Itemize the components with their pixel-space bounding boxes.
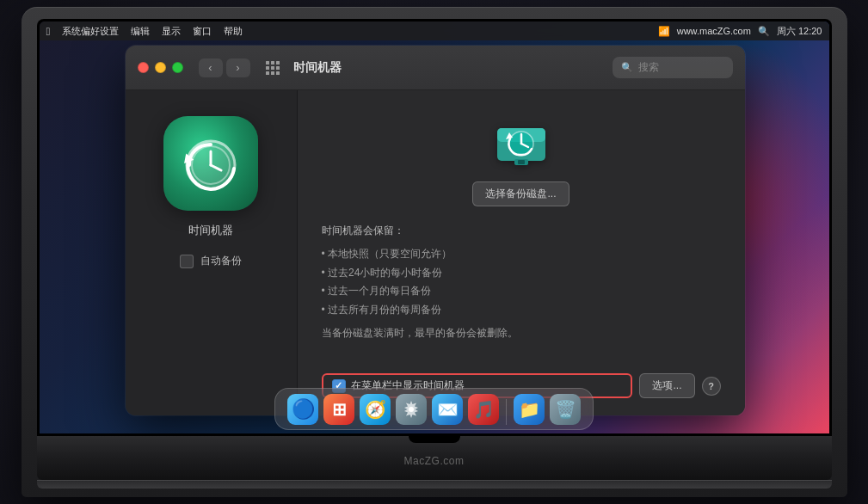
sidebar-app-label: 时间机器 <box>188 223 233 238</box>
select-disk-button[interactable]: 选择备份磁盘... <box>472 181 569 206</box>
macbook-brand: MacZG.com <box>404 455 465 467</box>
close-button[interactable] <box>138 62 149 73</box>
menubar:  系统偏好设置 编辑 显示 窗口 帮助 📶 www.macZG.com 🔍 周… <box>40 22 829 40</box>
grid-view-button[interactable] <box>261 58 285 77</box>
traffic-lights <box>138 62 183 73</box>
macbook-shell:  系统偏好设置 编辑 显示 窗口 帮助 📶 www.macZG.com 🔍 周… <box>22 7 847 497</box>
backup-disk-icon <box>490 111 552 173</box>
window-content: 时间机器 自动备份 <box>126 90 745 415</box>
desc-item-4: 过去所有月份的每周备份 <box>322 301 721 320</box>
menubar-help[interactable]: 帮助 <box>224 25 243 38</box>
maximize-button[interactable] <box>172 62 183 73</box>
menubar-window[interactable]: 窗口 <box>193 25 212 38</box>
backup-disk-area: 选择备份磁盘... <box>322 111 721 206</box>
menubar-right: 📶 www.macZG.com 🔍 周六 12:20 <box>658 25 822 38</box>
desc-item-1: 本地快照（只要空间允许） <box>322 245 721 264</box>
macbook-bottom: MacZG.com <box>37 436 832 480</box>
menubar-site: www.macZG.com <box>677 26 751 36</box>
description-area: 时间机器会保留： 本地快照（只要空间允许） 过去24小时的每小时备份 过去一个月… <box>322 224 721 360</box>
dock-item-mail[interactable]: ✉️ <box>432 394 463 425</box>
search-icon-small: 🔍 <box>621 62 633 73</box>
dock-item-safari[interactable]: 🧭 <box>360 394 391 425</box>
menubar-system-prefs[interactable]: 系统偏好设置 <box>62 25 119 38</box>
description-title: 时间机器会保留： <box>322 224 721 238</box>
window-search[interactable]: 🔍 搜索 <box>613 57 733 78</box>
dock-item-finder[interactable]: 🔵 <box>287 394 318 425</box>
window-titlebar: ‹ › 时间机器 🔍 搜索 <box>126 46 745 90</box>
time-machine-icon <box>176 129 245 198</box>
forward-button[interactable]: › <box>226 58 250 77</box>
search-placeholder: 搜索 <box>638 60 659 75</box>
back-button[interactable]: ‹ <box>199 58 223 77</box>
disk-icon-wrapper <box>490 111 552 173</box>
nav-buttons: ‹ › <box>199 58 250 77</box>
desc-item-2: 过去24小时的每小时备份 <box>322 264 721 283</box>
menubar-time: 周六 12:20 <box>777 25 822 38</box>
dock-item-launchpad[interactable]: ⊞ <box>323 394 354 425</box>
auto-backup-row: 自动备份 <box>180 254 242 268</box>
dock-item-music[interactable]: 🎵 <box>468 394 499 425</box>
dock-item-files[interactable]: 📁 <box>514 394 545 425</box>
auto-backup-label: 自动备份 <box>200 254 242 268</box>
dock-item-system-prefs[interactable] <box>396 394 427 425</box>
svg-rect-12 <box>518 160 525 164</box>
auto-backup-checkbox[interactable] <box>180 255 194 268</box>
menubar-display[interactable]: 显示 <box>162 25 181 38</box>
search-icon[interactable]: 🔍 <box>758 26 770 37</box>
window-title: 时间机器 <box>293 60 342 76</box>
minimize-button[interactable] <box>155 62 166 73</box>
apple-menu[interactable]:  <box>46 25 51 38</box>
time-machine-icon-wrapper <box>163 116 258 211</box>
menubar-left:  系统偏好设置 编辑 显示 窗口 帮助 <box>46 25 243 38</box>
grid-icon <box>266 61 280 75</box>
description-footer: 当备份磁盘装满时，最早的备份会被删除。 <box>322 326 721 341</box>
macbook-foot <box>37 480 832 489</box>
main-content-area: 选择备份磁盘... 时间机器会保留： 本地快照（只要空间允许） 过去24小时的每… <box>298 90 745 415</box>
sidebar: 时间机器 自动备份 <box>126 90 298 415</box>
menubar-edit[interactable]: 编辑 <box>131 25 150 38</box>
macos-desktop:  系统偏好设置 编辑 显示 窗口 帮助 📶 www.macZG.com 🔍 周… <box>40 22 829 433</box>
dock-area: 🔵 ⊞ 🧭 <box>40 389 829 433</box>
screen-bezel:  系统偏好设置 编辑 显示 窗口 帮助 📶 www.macZG.com 🔍 周… <box>37 19 832 436</box>
dock: 🔵 ⊞ 🧭 <box>274 388 594 430</box>
system-preferences-window: ‹ › 时间机器 🔍 搜索 <box>126 46 745 415</box>
wifi-icon: 📶 <box>658 26 670 37</box>
dock-separator <box>506 399 507 425</box>
macbook-notch <box>409 436 460 443</box>
description-list: 本地快照（只要空间允许） 过去24小时的每小时备份 过去一个月的每日备份 过去所… <box>322 245 721 319</box>
dock-item-trash[interactable]: 🗑️ <box>550 394 581 425</box>
desc-item-3: 过去一个月的每日备份 <box>322 282 721 301</box>
